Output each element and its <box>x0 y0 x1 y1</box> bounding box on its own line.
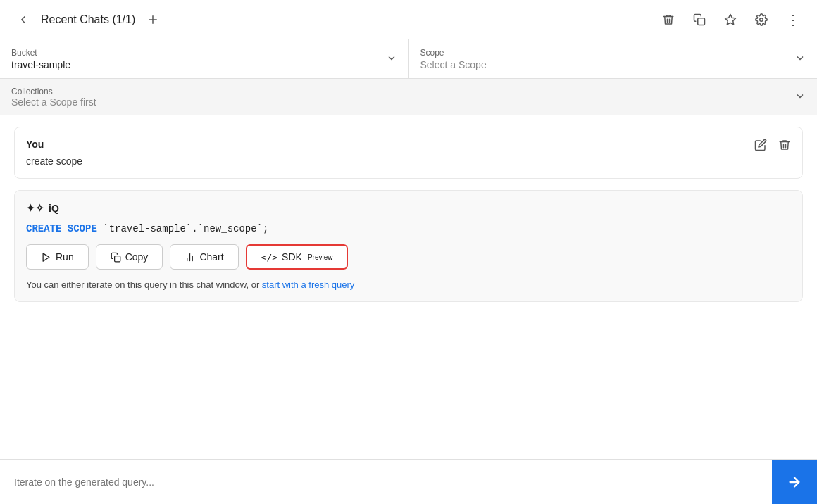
run-button[interactable]: Run <box>26 244 89 270</box>
chart-button[interactable]: Chart <box>170 244 238 270</box>
message-actions <box>751 136 794 154</box>
svg-marker-3 <box>725 14 736 24</box>
action-buttons-row: Run Copy Chart </> SDKPreview <box>26 244 791 270</box>
svg-rect-6 <box>114 256 120 261</box>
delete-message-button[interactable] <box>775 136 794 154</box>
collections-label: Collections <box>11 87 96 96</box>
sdk-preview-superscript: Preview <box>308 253 333 261</box>
code-bracket-icon: </> <box>261 252 277 263</box>
svg-marker-5 <box>43 253 49 260</box>
collections-dropdown[interactable]: Collections Select a Scope first <box>0 79 817 115</box>
you-message-text: create scope <box>26 156 791 167</box>
header-right: ⋮ <box>659 8 803 31</box>
code-block: CREATE SCOPE `travel-sample`.`new_scope`… <box>26 223 791 234</box>
collections-placeholder: Select a Scope first <box>11 96 96 108</box>
header-title: Recent Chats (1/1) <box>41 13 135 26</box>
settings-icon-header[interactable] <box>752 11 771 29</box>
you-message-block: You create scope <box>14 127 803 179</box>
scope-dropdown[interactable]: Scope Select a Scope <box>409 39 818 78</box>
copy-button[interactable]: Copy <box>96 244 163 270</box>
edit-message-button[interactable] <box>751 136 770 154</box>
scope-label: Scope <box>420 48 806 58</box>
scope-chevron-icon <box>794 52 806 65</box>
bucket-chevron-icon <box>386 52 397 65</box>
collections-content: Collections Select a Scope first <box>11 87 96 108</box>
more-options-icon[interactable]: ⋮ <box>783 8 803 31</box>
magic-wand-icon: ✦✧ <box>26 202 44 215</box>
you-sender-label: You <box>26 139 791 150</box>
header-left: Recent Chats (1/1) <box>14 11 162 29</box>
scope-placeholder: Select a Scope <box>420 59 806 70</box>
svg-rect-2 <box>698 18 705 25</box>
bucket-dropdown[interactable]: Bucket travel-sample <box>0 39 409 78</box>
collections-chevron-icon <box>794 90 806 103</box>
iq-header: ✦✧ iQ <box>26 202 791 215</box>
trash-icon-header[interactable] <box>659 11 678 29</box>
star-icon-header[interactable] <box>721 11 740 29</box>
sdk-preview-button[interactable]: </> SDKPreview <box>246 244 349 270</box>
svg-point-4 <box>760 18 763 21</box>
code-keyword: CREATE SCOPE <box>26 223 97 234</box>
add-chat-button[interactable] <box>144 11 162 29</box>
header: Recent Chats (1/1) <box>0 0 817 39</box>
iq-sender-label: iQ <box>49 203 59 214</box>
back-button[interactable] <box>14 11 32 29</box>
bottom-input-row <box>0 459 817 504</box>
iq-footer-text: You can either iterate on this query in … <box>26 279 791 290</box>
fresh-query-link[interactable]: start with a fresh query <box>262 279 355 290</box>
code-rest: `travel-sample`.`new_scope`; <box>97 223 269 234</box>
iterate-input[interactable] <box>0 460 772 504</box>
iq-response-block: ✦✧ iQ CREATE SCOPE `travel-sample`.`new_… <box>14 190 803 302</box>
copy-icon-header[interactable] <box>690 11 709 29</box>
bucket-value: travel-sample <box>11 59 397 70</box>
submit-button[interactable] <box>772 460 817 504</box>
bucket-label: Bucket <box>11 48 397 58</box>
chat-area: You create scope ✦✧ iQ <box>0 115 817 459</box>
dropdowns-row: Bucket travel-sample Scope Select a Scop… <box>0 39 817 79</box>
